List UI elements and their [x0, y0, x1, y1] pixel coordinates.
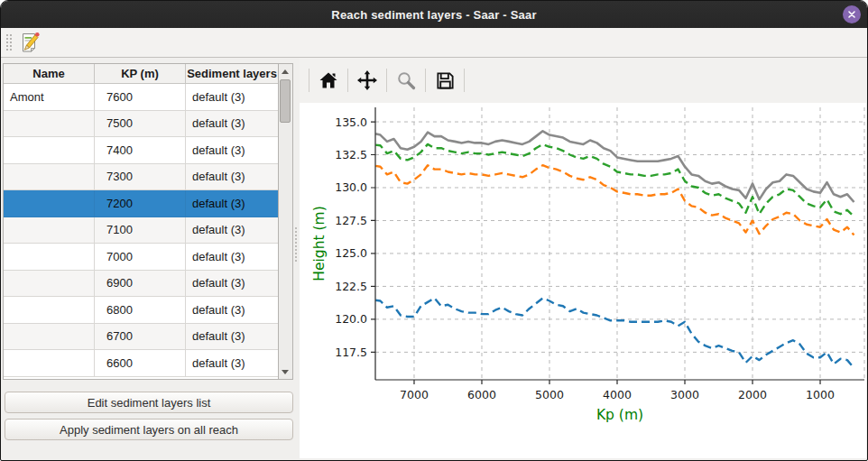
table-header[interactable]: Name KP (m) Sediment layers — [4, 64, 278, 84]
titlebar[interactable]: Reach sediment layers - Saar - Saar — [1, 1, 867, 29]
cell-name[interactable] — [4, 271, 95, 298]
svg-text:122.5: 122.5 — [335, 280, 367, 293]
scroll-up-button[interactable] — [279, 65, 291, 78]
y-axis-label: Height (m) — [311, 206, 328, 281]
cell-kp[interactable]: 7300 — [95, 164, 186, 191]
toolbar-drag-handle[interactable] — [5, 32, 12, 52]
close-icon — [847, 10, 856, 19]
svg-text:117.5: 117.5 — [335, 346, 367, 359]
cell-layers[interactable]: default (3) — [186, 297, 278, 324]
edit-sediment-button[interactable] — [17, 30, 42, 55]
apply-sediment-layers-button[interactable]: Apply sediment layers on all reach — [5, 419, 293, 440]
cell-layers[interactable]: default (3) — [186, 350, 278, 377]
zoom-icon — [396, 70, 417, 91]
toolbar-separator — [464, 69, 465, 92]
cell-name[interactable] — [4, 297, 95, 324]
svg-text:5000: 5000 — [535, 388, 564, 401]
table-row[interactable]: 7400default (3) — [4, 137, 278, 164]
table-row[interactable]: 6700default (3) — [4, 324, 278, 351]
cell-kp[interactable]: 6900 — [95, 271, 186, 298]
cell-name[interactable] — [4, 244, 95, 271]
pan-icon — [356, 69, 378, 91]
svg-text:120.0: 120.0 — [335, 312, 367, 326]
home-button[interactable] — [315, 67, 342, 94]
zoom-button[interactable] — [392, 67, 420, 94]
cell-name[interactable] — [4, 350, 95, 377]
cell-name[interactable] — [4, 111, 95, 138]
header-sediment-layers[interactable]: Sediment layers — [186, 64, 278, 83]
cell-kp[interactable]: 6600 — [95, 350, 186, 377]
cell-name[interactable]: Amont — [4, 84, 95, 111]
table-row[interactable]: 6900default (3) — [4, 271, 278, 298]
cell-layers[interactable]: default (3) — [186, 190, 278, 217]
toolbar-separator — [386, 69, 387, 92]
table-row[interactable]: 7000default (3) — [4, 244, 278, 271]
cell-layers[interactable]: default (3) — [186, 271, 278, 298]
svg-text:2000: 2000 — [738, 388, 767, 401]
scroll-down-button[interactable] — [279, 365, 291, 378]
cell-name[interactable] — [4, 190, 95, 217]
svg-text:6000: 6000 — [467, 388, 496, 401]
toolbar-separator — [425, 69, 426, 92]
panel-splitter[interactable] — [294, 226, 299, 263]
table-scrollbar[interactable] — [279, 63, 293, 380]
chart-panel: 117.5120.0122.5125.0127.5130.0132.5135.0… — [300, 58, 866, 458]
pan-button[interactable] — [354, 67, 381, 94]
cell-kp[interactable]: 7100 — [95, 217, 186, 244]
cell-layers[interactable]: default (3) — [186, 137, 278, 164]
svg-text:132.5: 132.5 — [335, 148, 367, 161]
save-button[interactable] — [431, 67, 458, 94]
svg-text:127.5: 127.5 — [335, 214, 367, 227]
svg-text:1000: 1000 — [806, 388, 835, 401]
table-body: Amont7600default (3)7500default (3)7400d… — [4, 84, 278, 377]
sediment-profile-chart[interactable]: 117.5120.0122.5125.0127.5130.0132.5135.0… — [300, 103, 868, 460]
table-row[interactable]: Amont7600default (3) — [4, 84, 278, 111]
svg-text:130.0: 130.0 — [335, 180, 367, 194]
series-layer-bottom — [375, 299, 854, 368]
sediment-table[interactable]: Name KP (m) Sediment layers Amont7600def… — [3, 63, 279, 380]
cell-kp[interactable]: 7200 — [95, 190, 186, 217]
cell-layers[interactable]: default (3) — [186, 324, 278, 351]
triangle-up-icon — [282, 69, 289, 74]
cell-kp[interactable]: 7000 — [95, 244, 186, 271]
series-layer-3 — [375, 165, 854, 235]
x-axis-label: Kp (m) — [596, 407, 643, 423]
header-name[interactable]: Name — [4, 64, 95, 83]
cell-layers[interactable]: default (3) — [186, 111, 278, 138]
cell-layers[interactable]: default (3) — [186, 164, 278, 191]
edit-sediment-layers-button[interactable]: Edit sediment layers list — [5, 392, 293, 413]
table-row[interactable]: 6800default (3) — [4, 297, 278, 324]
home-icon — [319, 70, 338, 90]
window-title: Reach sediment layers - Saar - Saar — [331, 8, 536, 22]
table-row[interactable]: 6600default (3) — [4, 350, 278, 377]
cell-kp[interactable]: 7600 — [95, 84, 186, 111]
mpl-toolbar — [300, 58, 866, 103]
cell-kp[interactable]: 7400 — [95, 137, 186, 164]
svg-text:3000: 3000 — [670, 388, 699, 401]
cell-name[interactable] — [4, 137, 95, 164]
cell-name[interactable] — [4, 217, 95, 244]
toolbar-separator — [309, 69, 309, 92]
cell-layers[interactable]: default (3) — [186, 244, 278, 271]
scrollbar-thumb[interactable] — [280, 79, 291, 123]
close-button[interactable] — [843, 5, 861, 23]
table-row[interactable]: 7100default (3) — [4, 217, 278, 244]
edit-sediment-document-icon — [18, 31, 42, 54]
cell-kp[interactable]: 7500 — [95, 111, 186, 138]
svg-text:4000: 4000 — [603, 388, 632, 401]
table-row[interactable]: 7200default (3) — [4, 190, 278, 217]
cell-kp[interactable]: 6800 — [95, 297, 186, 324]
cell-name[interactable] — [4, 324, 95, 351]
svg-text:7000: 7000 — [400, 388, 429, 401]
header-kp[interactable]: KP (m) — [95, 64, 186, 83]
table-row[interactable]: 7300default (3) — [4, 164, 278, 191]
toolbar-separator — [347, 69, 348, 92]
window: Reach sediment layers - Saar - Saar Name — [0, 0, 868, 461]
cell-layers[interactable]: default (3) — [186, 84, 278, 111]
triangle-down-icon — [282, 370, 289, 374]
cell-layers[interactable]: default (3) — [186, 217, 278, 244]
main-toolbar — [1, 28, 867, 58]
table-row[interactable]: 7500default (3) — [4, 111, 278, 138]
cell-kp[interactable]: 6700 — [95, 324, 186, 351]
cell-name[interactable] — [4, 164, 95, 191]
